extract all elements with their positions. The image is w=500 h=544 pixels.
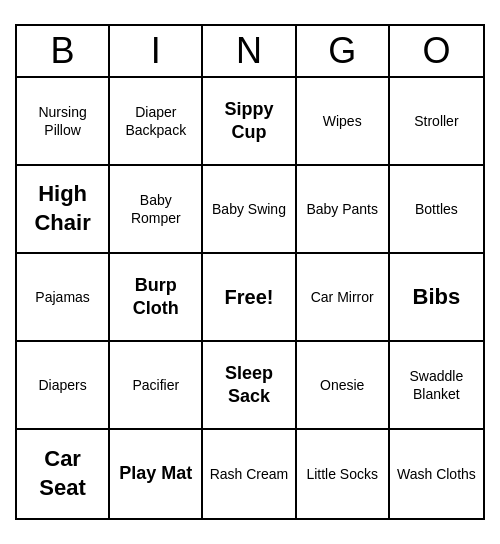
bingo-cell: Sippy Cup <box>203 78 296 166</box>
bingo-cell: Pacifier <box>110 342 203 430</box>
bingo-cell: Car Seat <box>17 430 110 518</box>
bingo-cell: Rash Cream <box>203 430 296 518</box>
bingo-cell: Wipes <box>297 78 390 166</box>
bingo-cell: High Chair <box>17 166 110 254</box>
bingo-cell: Little Socks <box>297 430 390 518</box>
bingo-header: BINGO <box>17 26 483 78</box>
bingo-cell: Baby Romper <box>110 166 203 254</box>
bingo-card: BINGO Nursing PillowDiaper BackpackSippy… <box>15 24 485 520</box>
bingo-letter: G <box>297 26 390 76</box>
bingo-cell: Bibs <box>390 254 483 342</box>
bingo-cell: Car Mirror <box>297 254 390 342</box>
bingo-cell: Sleep Sack <box>203 342 296 430</box>
bingo-cell: Onesie <box>297 342 390 430</box>
bingo-cell: Diaper Backpack <box>110 78 203 166</box>
bingo-cell: Play Mat <box>110 430 203 518</box>
bingo-letter: O <box>390 26 483 76</box>
bingo-cell: Baby Pants <box>297 166 390 254</box>
bingo-cell: Diapers <box>17 342 110 430</box>
bingo-cell: Wash Cloths <box>390 430 483 518</box>
bingo-letter: N <box>203 26 296 76</box>
bingo-cell: Stroller <box>390 78 483 166</box>
bingo-letter: B <box>17 26 110 76</box>
bingo-cell: Baby Swing <box>203 166 296 254</box>
bingo-cell: Nursing Pillow <box>17 78 110 166</box>
bingo-letter: I <box>110 26 203 76</box>
bingo-cell: Free! <box>203 254 296 342</box>
bingo-cell: Burp Cloth <box>110 254 203 342</box>
bingo-cell: Swaddle Blanket <box>390 342 483 430</box>
bingo-cell: Bottles <box>390 166 483 254</box>
bingo-grid: Nursing PillowDiaper BackpackSippy CupWi… <box>17 78 483 518</box>
bingo-cell: Pajamas <box>17 254 110 342</box>
